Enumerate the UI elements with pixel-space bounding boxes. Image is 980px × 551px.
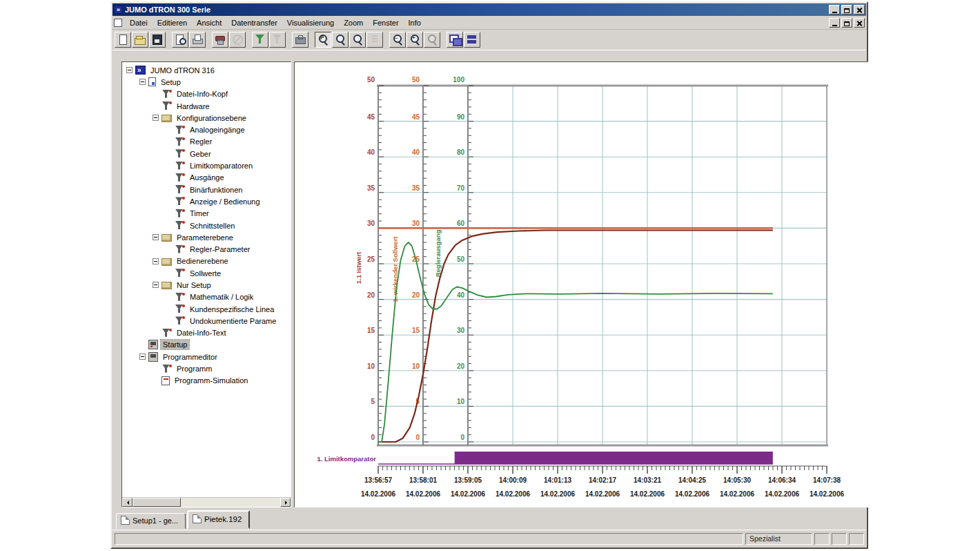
window-title: JUMO dTRON 300 Serie — [125, 3, 829, 16]
svg-text:50: 50 — [412, 76, 420, 84]
collapse-expander-icon[interactable] — [153, 234, 159, 240]
close-button[interactable] — [854, 5, 865, 14]
funnel-icon — [175, 173, 185, 182]
tree-item-konfigurationsebene[interactable]: Konfigurationsebene — [124, 112, 290, 124]
tree-item-anzeige-bedienung[interactable]: Anzeige / Bedienung — [124, 195, 290, 207]
menu-item-ansicht[interactable]: Ansicht — [192, 17, 226, 30]
collapse-expander-icon[interactable] — [139, 79, 146, 85]
setup-doc-icon — [148, 77, 156, 86]
print-button[interactable] — [189, 32, 206, 48]
tree-item-programmeditor[interactable]: Programmeditor — [124, 351, 290, 362]
minimize-button[interactable] — [829, 5, 840, 14]
tree-item-mathematik-logik[interactable]: Mathematik / Logik — [124, 291, 290, 303]
tree-item-analogeingänge[interactable]: Analogeingänge — [124, 124, 290, 135]
menu-item-fenster[interactable]: Fenster — [368, 17, 403, 30]
menu-item-visualisierung[interactable]: Visualisierung — [282, 17, 339, 30]
collapse-expander-icon[interactable] — [153, 258, 159, 264]
save-button[interactable] — [149, 32, 166, 48]
tree-item-programm[interactable]: Programm — [124, 362, 290, 374]
zoom-out-button[interactable]: – — [389, 32, 406, 48]
zoom-previous-button[interactable] — [349, 32, 366, 48]
tree-item-schnittstellen[interactable]: Schnittstellen — [124, 220, 290, 231]
svg-text:70: 70 — [457, 184, 465, 192]
tree-item-bedienerebene[interactable]: Bedienerebene — [124, 255, 290, 267]
print-preview-button[interactable] — [172, 32, 188, 48]
mdi-minimize-button[interactable] — [829, 18, 840, 28]
scroll-left-button[interactable] — [122, 498, 133, 507]
tree-item-limitkomparatoren[interactable]: Limitkomparatoren — [124, 160, 290, 171]
scrollbar-thumb[interactable] — [133, 498, 181, 507]
svg-text:20: 20 — [367, 291, 375, 299]
menu-item-info[interactable]: Info — [404, 17, 426, 30]
tree-item-setup[interactable]: Setup — [124, 76, 290, 88]
jumo-device-icon — [135, 66, 146, 75]
zoom-window-button[interactable] — [332, 32, 349, 48]
tree-item-ausgänge[interactable]: Ausgänge — [124, 172, 290, 184]
time-tick-label: 14:07:38 — [813, 476, 841, 484]
tile-windows-icon — [466, 34, 478, 45]
open-folder-icon — [134, 34, 146, 45]
menu: DateiEditierenAnsichtDatentransferVisual… — [125, 17, 426, 30]
svg-text:35: 35 — [412, 184, 420, 192]
transfer-to-device-button[interactable] — [252, 32, 268, 48]
collapse-expander-icon[interactable] — [153, 282, 159, 288]
collapse-expander-icon[interactable] — [126, 67, 133, 73]
menu-item-datentransfer[interactable]: Datentransfer — [226, 17, 282, 30]
open-file-button[interactable] — [132, 32, 148, 48]
svg-text:35: 35 — [367, 184, 375, 192]
mdi-document-icon[interactable] — [114, 19, 122, 27]
tab-label: Setup1 - ge... — [133, 516, 178, 525]
tree-item-label: Startup — [161, 340, 189, 349]
mdi-restore-button[interactable] — [841, 18, 852, 28]
scroll-right-button[interactable] — [280, 498, 291, 507]
tree-item-kundenspezifische-linea[interactable]: Kundenspezifische Linea — [124, 303, 290, 315]
collapse-expander-icon[interactable] — [153, 115, 159, 121]
tree-item-parameterebene[interactable]: Parameterebene — [124, 231, 290, 243]
document-icon — [193, 514, 202, 523]
time-tick-label: 13:58:01 — [409, 476, 437, 484]
tree-item-undokumentierte-parame[interactable]: Undokumentierte Parame — [124, 315, 290, 327]
tree-item-geber[interactable]: Geber — [124, 148, 290, 160]
menu-item-datei[interactable]: Datei — [125, 17, 153, 30]
print-preview-icon — [174, 34, 186, 45]
tree-item-regler-parameter[interactable]: Regler-Parameter — [124, 243, 290, 255]
menu-item-zoom[interactable]: Zoom — [339, 17, 368, 30]
time-tick-label: 14:04:25 — [678, 476, 706, 484]
window-tile-button[interactable] — [464, 32, 480, 48]
phone-connect-icon — [214, 34, 226, 45]
mdi-close-button[interactable] — [854, 18, 865, 28]
scrollbar-track[interactable] — [133, 498, 280, 507]
tree-item-label: Konfigurationsebene — [175, 113, 248, 123]
zoom-mode-button[interactable]: P — [315, 32, 331, 48]
document-tab-setup1-ge-[interactable]: Setup1 - ge... — [116, 513, 186, 529]
window-cascade-button[interactable] — [447, 32, 463, 48]
svg-text:0: 0 — [460, 434, 464, 441]
tree-item-binärfunktionen[interactable]: Binärfunktionen — [124, 184, 290, 195]
tree-item-startup[interactable]: Startup — [124, 339, 290, 351]
tree-item-nur-setup[interactable]: Nur Setup — [124, 279, 290, 291]
titlebar[interactable]: » JUMO dTRON 300 Serie — [112, 3, 866, 16]
document-tab-pietek-192[interactable]: Pietek.192 — [187, 510, 250, 529]
new-file-button[interactable] — [115, 32, 131, 48]
menu-item-editieren[interactable]: Editieren — [153, 17, 192, 30]
zoom-in-button[interactable]: + — [406, 32, 423, 48]
tab-label: Pietek.192 — [204, 515, 242, 523]
tree-item-timer[interactable]: Timer — [124, 208, 290, 220]
document-icon — [121, 516, 130, 525]
tree-item-datei-info-kopf[interactable]: Datei-Info-Kopf — [124, 88, 290, 100]
device-manager-button[interactable] — [292, 32, 308, 48]
tree-item-regler[interactable]: Regler — [124, 136, 290, 148]
tree-item-jumo-dtron-316[interactable]: JUMO dTRON 316 — [124, 64, 290, 76]
tree-item-sollwerte[interactable]: Sollwerte — [124, 267, 290, 279]
tree-item-label: Undokumentierte Parame — [188, 316, 278, 326]
tree-horizontal-scrollbar[interactable] — [122, 497, 291, 507]
tree-item-label: Regler — [188, 137, 214, 146]
floppy-disk-icon — [151, 34, 164, 45]
date-tick-label: 14.02.2006 — [630, 490, 665, 498]
tree-item-programm-simulation[interactable]: Programm-Simulation — [124, 375, 290, 387]
tree-item-hardware[interactable]: Hardware — [124, 100, 290, 112]
restore-button[interactable] — [841, 5, 852, 14]
collapse-expander-icon[interactable] — [139, 354, 146, 360]
connect-device-button[interactable] — [212, 32, 228, 48]
tree-item-datei-info-text[interactable]: Datei-Info-Text — [124, 327, 290, 339]
